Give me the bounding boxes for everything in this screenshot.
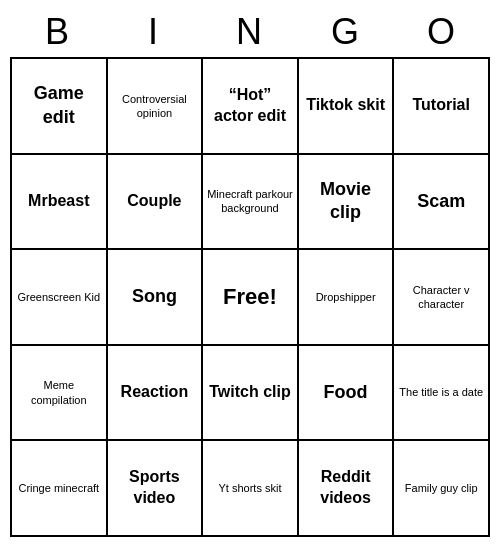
cell-label: Song	[132, 285, 177, 308]
cell-label: Character v character	[398, 283, 484, 312]
cell-label: Greenscreen Kid	[18, 290, 101, 304]
cell-label: Free!	[223, 283, 277, 312]
cell-label: The title is a date	[399, 385, 483, 399]
header-letter: N	[202, 7, 298, 57]
cell-label: Cringe minecraft	[18, 481, 99, 495]
cell-label: Couple	[127, 191, 181, 212]
cell-0-0: Game edit	[12, 59, 108, 155]
header-letter: O	[394, 7, 490, 57]
cell-0-4: Tutorial	[394, 59, 490, 155]
cell-label: Scam	[417, 190, 465, 213]
cell-3-3: Food	[299, 346, 395, 442]
cell-3-1: Reaction	[108, 346, 204, 442]
cell-4-1: Sports video	[108, 441, 204, 537]
cell-2-3: Dropshipper	[299, 250, 395, 346]
cell-1-1: Couple	[108, 155, 204, 251]
header-letter: I	[106, 7, 202, 57]
cell-2-1: Song	[108, 250, 204, 346]
cell-3-4: The title is a date	[394, 346, 490, 442]
cell-2-0: Greenscreen Kid	[12, 250, 108, 346]
bingo-card: BINGO Game editControversial opinion“Hot…	[10, 7, 490, 537]
cell-4-0: Cringe minecraft	[12, 441, 108, 537]
cell-4-4: Family guy clip	[394, 441, 490, 537]
cell-label: Food	[324, 381, 368, 404]
cell-label: Family guy clip	[405, 481, 478, 495]
cell-2-4: Character v character	[394, 250, 490, 346]
cell-label: Movie clip	[303, 178, 389, 225]
cell-label: Twitch clip	[209, 382, 290, 403]
cell-label: Dropshipper	[316, 290, 376, 304]
cell-3-2: Twitch clip	[203, 346, 299, 442]
bingo-grid: Game editControversial opinion“Hot” acto…	[10, 57, 490, 537]
cell-1-0: Mrbeast	[12, 155, 108, 251]
cell-label: Game edit	[16, 82, 102, 129]
cell-1-2: Minecraft parkour background	[203, 155, 299, 251]
cell-1-3: Movie clip	[299, 155, 395, 251]
cell-label: Minecraft parkour background	[207, 187, 293, 216]
cell-1-4: Scam	[394, 155, 490, 251]
cell-label: Tutorial	[412, 95, 469, 116]
cell-4-2: Yt shorts skit	[203, 441, 299, 537]
cell-2-2: Free!	[203, 250, 299, 346]
cell-label: Meme compilation	[16, 378, 102, 407]
cell-0-3: Tiktok skit	[299, 59, 395, 155]
cell-3-0: Meme compilation	[12, 346, 108, 442]
header-letter: B	[10, 7, 106, 57]
cell-0-1: Controversial opinion	[108, 59, 204, 155]
cell-label: Reddit videos	[303, 467, 389, 509]
bingo-header: BINGO	[10, 7, 490, 57]
cell-label: Yt shorts skit	[219, 481, 282, 495]
cell-0-2: “Hot” actor edit	[203, 59, 299, 155]
cell-label: Sports video	[112, 467, 198, 509]
cell-label: Controversial opinion	[112, 92, 198, 121]
cell-label: Tiktok skit	[306, 95, 385, 116]
header-letter: G	[298, 7, 394, 57]
cell-label: Mrbeast	[28, 191, 89, 212]
cell-4-3: Reddit videos	[299, 441, 395, 537]
cell-label: Reaction	[121, 382, 189, 403]
cell-label: “Hot” actor edit	[207, 85, 293, 127]
